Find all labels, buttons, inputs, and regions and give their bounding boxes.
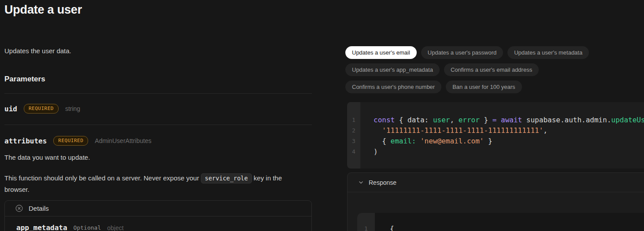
- code-line: '11111111-1111-1111-1111-111111111111',: [374, 125, 644, 136]
- code-content: const { data: user, error } = await supa…: [360, 102, 644, 169]
- response-line-numbers: 1: [357, 213, 375, 231]
- line-number: 4: [347, 147, 360, 157]
- example-tabs: Updates a user's emailUpdates a user's p…: [345, 46, 610, 93]
- param-type: AdminUserAttributes: [95, 137, 151, 144]
- param-type: string: [65, 105, 80, 112]
- details-header[interactable]: Details: [5, 201, 311, 216]
- page-description: Updates the user data.: [4, 47, 71, 55]
- code-line: ): [374, 147, 644, 157]
- server-note: This function should only be called on a…: [4, 172, 293, 195]
- code-line: {: [390, 224, 644, 231]
- note-text-before: This function should only be called on a…: [4, 174, 199, 182]
- line-number: 1: [357, 224, 375, 231]
- response-title: Response: [369, 179, 396, 186]
- optional-badge: Optional: [74, 224, 101, 231]
- required-badge: REQUIRED: [24, 104, 59, 114]
- param-description: The data you want to update.: [4, 154, 90, 161]
- divider: [4, 125, 312, 125]
- response-panel: Response 1 {: [347, 172, 644, 231]
- response-header[interactable]: Response: [348, 173, 644, 192]
- param-name: uid: [4, 105, 17, 113]
- details-row-app-metadata: app_metadata Optional object: [5, 216, 311, 231]
- page-title: Update a user: [4, 3, 82, 17]
- response-code-block[interactable]: 1 {: [357, 213, 644, 231]
- required-badge: REQUIRED: [53, 136, 88, 146]
- param-name: app_metadata: [16, 224, 67, 231]
- code-line: { email: 'new@email.com' }: [374, 136, 644, 147]
- param-name: attributes: [4, 137, 47, 145]
- line-number: 1: [347, 115, 360, 125]
- example-tab[interactable]: Updates a user's email: [345, 46, 417, 59]
- service-role-chip: service_role: [201, 173, 252, 183]
- response-code-content: {: [375, 213, 644, 231]
- code-block[interactable]: 1234 const { data: user, error } = await…: [347, 102, 644, 169]
- divider: [4, 93, 312, 94]
- code-line-numbers: 1234: [347, 102, 360, 169]
- param-row-attributes: attributes REQUIRED AdminUserAttributes: [4, 136, 152, 146]
- line-number: 2: [347, 125, 360, 136]
- example-tab[interactable]: Ban a user for 100 years: [446, 81, 522, 93]
- param-row-uid: uid REQUIRED string: [4, 104, 80, 114]
- parameters-heading: Parameters: [4, 75, 45, 84]
- chevron-down-icon: [358, 180, 364, 185]
- details-title: Details: [29, 205, 49, 212]
- param-type: object: [107, 224, 123, 231]
- details-panel: Details app_metadata Optional object: [4, 200, 312, 231]
- circle-x-icon: [15, 205, 23, 212]
- line-number: 3: [347, 136, 360, 147]
- example-tab[interactable]: Confirms a user's phone number: [345, 81, 441, 93]
- example-tab[interactable]: Updates a user's metadata: [507, 46, 589, 59]
- code-line: const { data: user, error } = await supa…: [374, 115, 644, 125]
- example-tab[interactable]: Updates a user's password: [421, 46, 503, 59]
- example-tab[interactable]: Updates a user's app_metadata: [345, 63, 440, 76]
- example-tab[interactable]: Confirms a user's email address: [444, 63, 539, 76]
